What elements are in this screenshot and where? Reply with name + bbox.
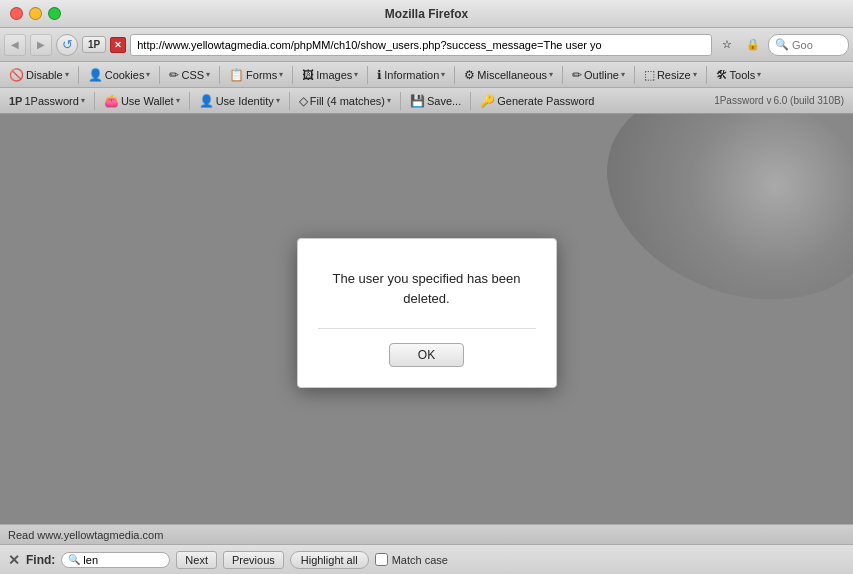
find-next-button[interactable]: Next (176, 551, 217, 569)
find-highlight-button[interactable]: Highlight all (290, 551, 369, 569)
onepassword-logo: 1P (9, 95, 22, 107)
css-menu[interactable]: ✏ CSS ▾ (164, 66, 215, 84)
images-icon: 🖼 (302, 68, 314, 82)
forms-arrow: ▾ (279, 70, 283, 79)
resize-menu[interactable]: ⬚ Resize ▾ (639, 66, 702, 84)
dialog-separator (318, 328, 536, 329)
forms-icon: 📋 (229, 68, 244, 82)
find-previous-button[interactable]: Previous (223, 551, 284, 569)
disable-menu[interactable]: 🚫 Disable ▾ (4, 66, 74, 84)
back-button[interactable]: ◀ (4, 34, 26, 56)
outline-icon: ✏ (572, 68, 582, 82)
onepassword-arrow: ▾ (81, 96, 85, 105)
information-menu[interactable]: ℹ Information ▾ (372, 66, 450, 84)
match-case-checkbox[interactable] (375, 553, 388, 566)
disable-arrow: ▾ (65, 70, 69, 79)
cookies-arrow: ▾ (146, 70, 150, 79)
find-input[interactable] (83, 554, 163, 566)
wallet-arrow: ▾ (176, 96, 180, 105)
window-controls (10, 7, 61, 20)
misc-icon: ⚙ (464, 68, 475, 82)
divider (470, 92, 471, 110)
match-case-label: Match case (392, 554, 448, 566)
images-arrow: ▾ (354, 70, 358, 79)
cookies-menu[interactable]: 👤 Cookies ▾ (83, 66, 156, 84)
divider (367, 66, 368, 84)
css-arrow: ▾ (206, 70, 210, 79)
fill-icon: ◇ (299, 94, 308, 108)
save-button[interactable]: 💾 Save... (405, 92, 466, 110)
web-developer-toolbar: 🚫 Disable ▾ 👤 Cookies ▾ ✏ CSS ▾ 📋 Forms … (0, 62, 853, 88)
disable-icon: 🚫 (9, 68, 24, 82)
forms-menu[interactable]: 📋 Forms ▾ (224, 66, 288, 84)
alert-dialog: The user you specified has been deleted.… (297, 238, 557, 388)
key-icon: 🔑 (480, 94, 495, 108)
find-close-button[interactable]: ✕ (8, 552, 20, 568)
tools-icon: 🛠 (716, 68, 728, 82)
miscellaneous-menu[interactable]: ⚙ Miscellaneous ▾ (459, 66, 558, 84)
outline-menu[interactable]: ✏ Outline ▾ (567, 66, 630, 84)
divider (78, 66, 79, 84)
fill-arrow: ▾ (387, 96, 391, 105)
find-search-icon: 🔍 (68, 554, 80, 565)
divider (706, 66, 707, 84)
divider (292, 66, 293, 84)
onepassword-toolbar: 1P 1Password ▾ 👛 Use Wallet ▾ 👤 Use Iden… (0, 88, 853, 114)
divider (400, 92, 401, 110)
title-bar: Mozilla Firefox (0, 0, 853, 28)
bookmark-star-icon[interactable]: ☆ (716, 34, 738, 56)
close-button[interactable] (10, 7, 23, 20)
css-icon: ✏ (169, 68, 179, 82)
use-identity-menu[interactable]: 👤 Use Identity ▾ (194, 92, 285, 110)
divider (94, 92, 95, 110)
misc-arrow: ▾ (549, 70, 553, 79)
minimize-button[interactable] (29, 7, 42, 20)
dialog-message: The user you specified has been deleted. (318, 269, 536, 308)
divider (289, 92, 290, 110)
information-arrow: ▾ (441, 70, 445, 79)
content-area: The user you specified has been deleted.… (0, 114, 853, 512)
use-wallet-menu[interactable]: 👛 Use Wallet ▾ (99, 92, 185, 110)
stop-button[interactable]: ✕ (110, 37, 126, 53)
save-icon: 💾 (410, 94, 425, 108)
cookies-icon: 👤 (88, 68, 103, 82)
identity-arrow: ▾ (276, 96, 280, 105)
wallet-icon: 👛 (104, 94, 119, 108)
divider (562, 66, 563, 84)
security-icon[interactable]: 🔒 (742, 34, 764, 56)
find-bar: ✕ Find: 🔍 Next Previous Highlight all Ma… (0, 544, 853, 574)
dialog-overlay: The user you specified has been deleted.… (0, 114, 853, 512)
resize-arrow: ▾ (693, 70, 697, 79)
images-menu[interactable]: 🖼 Images ▾ (297, 66, 363, 84)
nav-bar: ◀ ▶ ↺ 1P ✕ ☆ 🔒 🔍 (0, 28, 853, 62)
onepassword-menu[interactable]: 1P 1Password ▾ (4, 93, 90, 109)
divider (454, 66, 455, 84)
onepassword-badge[interactable]: 1P (82, 36, 106, 53)
status-text: Read www.yellowtagmedia.com (8, 529, 163, 541)
find-input-wrap: 🔍 (61, 552, 170, 568)
refresh-button[interactable]: ↺ (56, 34, 78, 56)
find-label: Find: (26, 553, 55, 567)
onepassword-version: 1Password v6.0 (build 310B) (709, 93, 849, 108)
search-glass-icon: 🔍 (775, 38, 789, 51)
tools-arrow: ▾ (757, 70, 761, 79)
browser-search-input[interactable] (792, 39, 842, 51)
window-title: Mozilla Firefox (385, 7, 468, 21)
divider (219, 66, 220, 84)
outline-arrow: ▾ (621, 70, 625, 79)
fill-menu[interactable]: ◇ Fill (4 matches) ▾ (294, 92, 396, 110)
dialog-ok-button[interactable]: OK (389, 343, 464, 367)
maximize-button[interactable] (48, 7, 61, 20)
resize-icon: ⬚ (644, 68, 655, 82)
divider (189, 92, 190, 110)
identity-icon: 👤 (199, 94, 214, 108)
match-case-wrap: Match case (375, 553, 448, 566)
divider (634, 66, 635, 84)
url-bar[interactable] (130, 34, 712, 56)
forward-button[interactable]: ▶ (30, 34, 52, 56)
status-bar: Read www.yellowtagmedia.com (0, 524, 853, 544)
divider (159, 66, 160, 84)
generate-password-button[interactable]: 🔑 Generate Password (475, 92, 599, 110)
tools-menu[interactable]: 🛠 Tools ▾ (711, 66, 767, 84)
information-icon: ℹ (377, 68, 382, 82)
